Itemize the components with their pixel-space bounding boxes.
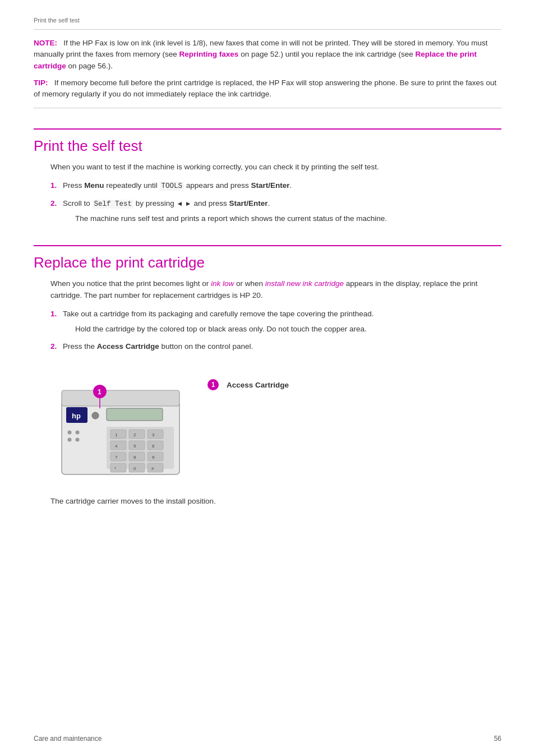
svg-rect-17	[110, 452, 126, 461]
footer: Care and maintenance 56	[34, 735, 501, 743]
svg-text:1: 1	[98, 388, 102, 396]
svg-rect-22	[147, 463, 163, 472]
tip-label: TIP:	[34, 79, 48, 87]
figure-area: hp	[50, 362, 501, 486]
tip-text: If memory become full before the print c…	[34, 79, 496, 98]
note-label: NOTE:	[34, 39, 57, 47]
svg-text:8: 8	[133, 455, 136, 460]
section2-intro: When you notice that the print becomes l…	[50, 278, 501, 302]
access-cartridge-bold: Access Cartridge	[97, 342, 159, 351]
start-enter-bold2: Start/Enter	[229, 199, 268, 208]
step2-number: 2.	[50, 198, 63, 225]
selftest-mono: Self Test	[93, 200, 134, 209]
svg-rect-16	[147, 441, 163, 450]
svg-text:1: 1	[115, 432, 118, 437]
svg-text:0: 0	[133, 466, 136, 471]
fax-illustration: hp	[50, 362, 191, 486]
callout-number: 1	[207, 379, 219, 390]
install-new-ink-text: install new ink cartridge	[265, 279, 344, 288]
footer-right: 56	[494, 735, 501, 743]
section-replace-cartridge: Replace the print cartridge When you not…	[34, 245, 501, 508]
svg-text:6: 6	[152, 444, 155, 449]
svg-rect-20	[110, 463, 126, 472]
section2-heading: Replace the print cartridge	[34, 254, 501, 271]
svg-text:3: 3	[152, 432, 155, 437]
section1-divider	[34, 128, 501, 130]
step-1: 1. Press Menu repeatedly until TOOLS app…	[50, 180, 501, 192]
svg-text:hp: hp	[72, 412, 81, 420]
svg-point-5	[92, 412, 99, 419]
svg-rect-14	[110, 441, 126, 450]
svg-rect-15	[129, 441, 145, 450]
tip-line: TIP: If memory become full before the pr…	[34, 77, 501, 100]
replace-step1-content: Take out a cartridge from its packaging …	[63, 308, 501, 335]
replace-step1-subtext: Hold the cartridge by the colored top or…	[75, 324, 501, 335]
svg-text:9: 9	[152, 455, 155, 460]
note-text: If the HP Fax is low on ink (ink level i…	[34, 39, 488, 70]
note-tip-box: NOTE: If the HP Fax is low on ink (ink l…	[34, 29, 501, 108]
svg-rect-18	[129, 452, 145, 461]
svg-rect-12	[129, 430, 145, 439]
svg-point-7	[76, 431, 80, 435]
start-enter-bold1: Start/Enter	[251, 181, 289, 190]
replace-step2-content: Press the Access Cartridge button on the…	[63, 341, 501, 353]
replace-step2-number: 2.	[50, 341, 63, 353]
svg-rect-11	[110, 430, 126, 439]
svg-text:7: 7	[115, 455, 118, 460]
section2-steps: 1. Take out a cartridge from its packagi…	[50, 308, 501, 353]
tools-mono: TOOLS	[160, 182, 185, 191]
step2-content: Scroll to Self Test by pressing ◄ ► and …	[63, 198, 501, 225]
breadcrumb: Print the self test	[34, 17, 501, 24]
svg-point-9	[76, 438, 80, 442]
arrow-keys: ◄ ►	[177, 200, 192, 208]
replace-step1-number: 1.	[50, 308, 63, 335]
section1-heading: Print the self test	[34, 137, 501, 155]
svg-rect-4	[107, 408, 163, 421]
menu-bold: Menu	[84, 181, 104, 190]
svg-rect-13	[147, 430, 163, 439]
callout-item-1: 1 Access Cartridge	[207, 379, 289, 390]
note-line: NOTE: If the HP Fax is low on ink (ink l…	[34, 38, 501, 72]
section1-intro: When you want to test if the machine is …	[50, 162, 501, 173]
reprinting-faxes-link[interactable]: Reprinting faxes	[179, 50, 239, 58]
replace-print-cartridge-link[interactable]: Replace the print cartridge	[34, 50, 477, 70]
callout-label: Access Cartridge	[227, 381, 289, 389]
section2-divider	[34, 245, 501, 246]
section-print-self-test: Print the self test When you want to tes…	[34, 128, 501, 225]
svg-text:4: 4	[115, 444, 118, 449]
svg-rect-21	[129, 463, 145, 472]
callout-area: 1 Access Cartridge	[207, 362, 289, 390]
svg-text:5: 5	[133, 444, 136, 449]
svg-point-6	[68, 431, 72, 435]
page: Print the self test NOTE: If the HP Fax …	[0, 0, 535, 756]
svg-text:#: #	[151, 466, 154, 471]
replace-step-2: 2. Press the Access Cartridge button on …	[50, 341, 501, 353]
ink-low-text: ink low	[211, 279, 234, 288]
svg-text:2: 2	[133, 432, 136, 437]
step1-content: Press Menu repeatedly until TOOLS appear…	[63, 180, 501, 192]
svg-rect-1	[62, 390, 179, 406]
svg-text:*: *	[114, 466, 116, 471]
figure-caption: The cartridge carrier moves to the insta…	[50, 496, 501, 508]
footer-left: Care and maintenance	[34, 735, 102, 743]
svg-rect-19	[147, 452, 163, 461]
step2-subtext: The machine runs self test and prints a …	[75, 213, 501, 225]
svg-point-8	[68, 438, 72, 442]
step-2: 2. Scroll to Self Test by pressing ◄ ► a…	[50, 198, 501, 225]
section1-steps: 1. Press Menu repeatedly until TOOLS app…	[50, 180, 501, 225]
replace-step-1: 1. Take out a cartridge from its packagi…	[50, 308, 501, 335]
step1-number: 1.	[50, 180, 63, 192]
